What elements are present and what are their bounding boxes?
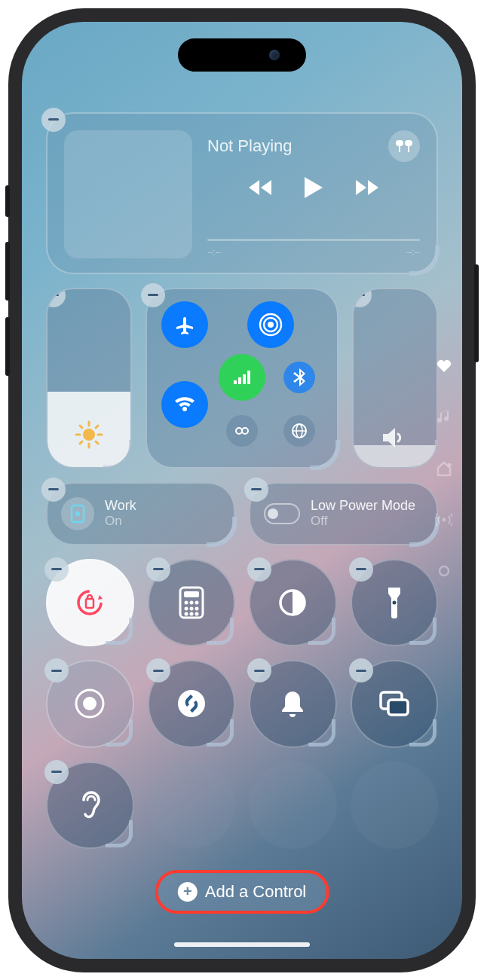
calculator-control[interactable] [148, 559, 236, 647]
rewind-icon[interactable] [247, 179, 273, 197]
volume-slider[interactable] [352, 288, 438, 469]
remove-button[interactable] [44, 760, 69, 784]
remove-button[interactable] [146, 557, 170, 582]
add-control-button[interactable]: + Add a Control [155, 870, 329, 914]
resize-handle[interactable] [207, 719, 234, 746]
svg-point-45 [440, 566, 449, 575]
home-indicator[interactable] [174, 942, 310, 947]
remove-button[interactable] [141, 283, 165, 307]
remove-button[interactable] [146, 658, 170, 682]
svg-point-39 [83, 697, 96, 710]
remove-button[interactable] [41, 478, 66, 502]
resize-handle[interactable] [308, 618, 335, 645]
remove-button[interactable] [244, 478, 268, 502]
shazam-icon [176, 688, 207, 719]
home-icon[interactable] [435, 459, 453, 478]
orientation-lock-control[interactable] [46, 559, 134, 647]
bell-icon [279, 688, 306, 719]
cellular-toggle[interactable] [219, 354, 265, 401]
resize-handle[interactable] [106, 618, 133, 645]
svg-point-40 [178, 690, 205, 717]
svg-point-16 [236, 428, 242, 434]
bluetooth-toggle[interactable] [283, 362, 315, 393]
remove-button[interactable] [44, 557, 69, 582]
side-button-power [474, 264, 479, 362]
hotspot-toggle[interactable] [226, 415, 258, 447]
low-power-status: Off [311, 514, 415, 529]
side-button-volume-down [5, 317, 10, 376]
resize-handle[interactable] [103, 440, 132, 469]
svg-point-29 [195, 600, 198, 604]
remove-button[interactable] [349, 658, 373, 682]
shazam-control[interactable] [148, 660, 236, 748]
heart-icon[interactable] [435, 357, 453, 375]
hotspot-icon [233, 424, 251, 438]
audio-output-button[interactable] [388, 130, 420, 162]
radio-tower-icon[interactable] [435, 511, 453, 529]
svg-point-30 [184, 606, 188, 610]
resize-handle[interactable] [106, 820, 133, 847]
resize-handle[interactable] [409, 618, 437, 645]
svg-rect-12 [234, 380, 237, 384]
resize-handle[interactable] [308, 719, 335, 746]
remove-button[interactable] [46, 288, 66, 307]
cellular-icon [233, 370, 251, 385]
flashlight-icon [385, 586, 403, 619]
resize-handle[interactable] [310, 440, 340, 470]
album-art-placeholder [64, 130, 192, 258]
resize-handle[interactable] [409, 440, 438, 469]
resize-handle[interactable] [409, 719, 437, 746]
dark-mode-icon [277, 588, 308, 618]
add-control-label: Add a Control [205, 882, 307, 902]
svg-point-9 [268, 322, 274, 328]
side-button-volume-up [5, 242, 10, 301]
airplane-icon [173, 313, 196, 336]
forward-icon[interactable] [354, 179, 380, 197]
focus-module[interactable]: Work On [46, 482, 235, 545]
remove-button[interactable] [44, 658, 69, 682]
screen-record-control[interactable] [46, 660, 134, 748]
media-title: Not Playing [207, 136, 293, 156]
page-indicators [435, 357, 453, 580]
hearing-control[interactable] [46, 762, 134, 850]
calculator-icon [179, 586, 204, 619]
empty-slot[interactable] [148, 762, 236, 850]
remove-button[interactable] [247, 658, 271, 682]
progress-bar[interactable] [207, 239, 420, 241]
remove-button[interactable] [41, 108, 66, 132]
resize-handle[interactable] [409, 246, 440, 276]
sun-icon [75, 420, 103, 449]
airdrop-toggle[interactable] [247, 301, 294, 348]
remove-button[interactable] [247, 557, 271, 582]
low-power-title: Low Power Mode [311, 498, 415, 514]
brightness-slider[interactable] [46, 288, 132, 469]
wifi-toggle[interactable] [161, 381, 208, 428]
flashlight-control[interactable] [351, 559, 439, 647]
remove-button[interactable] [349, 557, 373, 582]
screen-mirroring-control[interactable] [351, 660, 439, 748]
svg-point-22 [75, 511, 80, 516]
empty-slot[interactable] [351, 762, 439, 850]
dark-mode-control[interactable] [249, 559, 337, 647]
airdrop-icon [259, 313, 283, 337]
remove-button[interactable] [352, 288, 372, 307]
media-playback-module[interactable]: Not Playing --:-- --:- [46, 112, 438, 274]
iphone-frame: Not Playing --:-- --:- [8, 8, 476, 972]
silent-mode-control[interactable] [249, 660, 337, 748]
dynamic-island [178, 38, 306, 72]
low-power-module[interactable]: Low Power Mode Off [249, 482, 438, 545]
svg-point-32 [195, 606, 198, 610]
wifi-icon [173, 395, 197, 414]
play-icon[interactable] [303, 176, 324, 200]
resize-handle[interactable] [207, 618, 234, 645]
svg-rect-42 [388, 700, 408, 715]
airpods-icon [395, 139, 413, 154]
resize-handle[interactable] [207, 517, 237, 547]
svg-point-0 [83, 429, 95, 441]
music-note-icon[interactable] [435, 408, 453, 426]
airplane-mode-toggle[interactable] [161, 301, 208, 348]
connectivity-module[interactable] [146, 288, 338, 469]
resize-handle[interactable] [106, 719, 133, 746]
circle-icon[interactable] [435, 562, 453, 580]
empty-slot[interactable] [249, 762, 337, 850]
